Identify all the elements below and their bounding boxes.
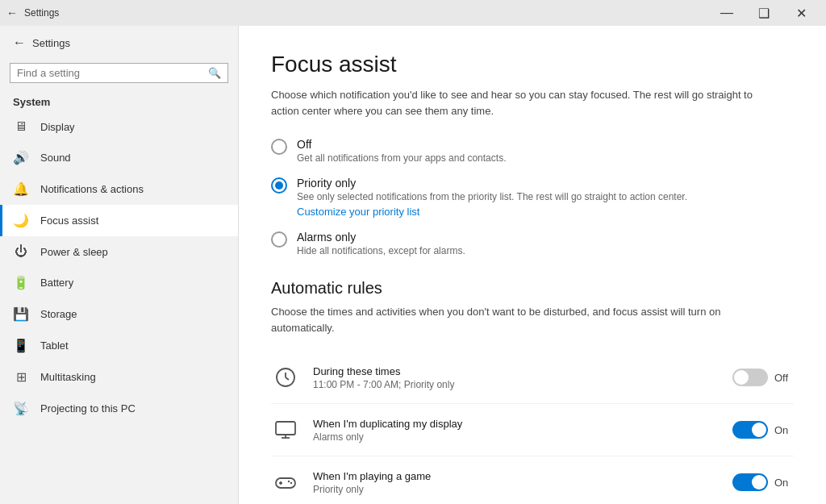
auto-rule-sub-duplicating-display: Alarms only — [313, 431, 720, 443]
toggle-during-times[interactable] — [732, 369, 768, 386]
system-label: System — [0, 90, 238, 111]
sidebar-item-battery[interactable]: 🔋 Battery — [0, 267, 238, 298]
svg-point-10 — [290, 482, 292, 484]
automatic-rules-heading: Automatic rules — [271, 279, 794, 298]
radio-priority-only[interactable] — [271, 177, 287, 194]
svg-point-9 — [288, 481, 290, 482]
sidebar-item-label-storage: Storage — [40, 308, 77, 320]
toggle-duplicating-display[interactable] — [732, 421, 768, 439]
sidebar-item-multitasking[interactable]: ⊞ Multitasking — [0, 361, 238, 393]
sidebar-item-label-focus-assist: Focus assist — [40, 215, 98, 227]
multitasking-icon: ⊞ — [13, 369, 29, 385]
monitor-icon — [271, 415, 300, 444]
auto-rule-title-during-times: During these times — [313, 365, 720, 377]
sidebar-item-tablet[interactable]: 📱 Tablet — [0, 330, 238, 361]
sidebar-item-label-projecting: Projecting to this PC — [40, 402, 136, 414]
title-bar: ← Settings — ❑ ✕ — [0, 0, 826, 26]
sidebar-item-label-tablet: Tablet — [40, 339, 69, 352]
toggle-label-duplicating-display: On — [774, 424, 794, 436]
radio-label-alarms-only: Alarms only — [297, 231, 465, 244]
sidebar-item-storage[interactable]: 💾 Storage — [0, 298, 238, 330]
search-icon: 🔍 — [208, 67, 221, 79]
search-box: 🔍 — [10, 63, 228, 83]
search-input[interactable] — [17, 67, 203, 79]
search-box-wrap: 🔍 — [0, 60, 238, 90]
radio-options: Off Get all notifications from your apps… — [271, 138, 794, 256]
radio-option-off: Off Get all notifications from your apps… — [271, 138, 794, 164]
window-controls: — ❑ ✕ — [708, 0, 820, 26]
auto-rule-title-duplicating-display: When I'm duplicating my display — [313, 418, 720, 430]
toggle-wrap-during-times: Off — [732, 369, 794, 386]
auto-rule-sub-playing-game: Priority only — [313, 484, 720, 495]
auto-rule-text-during-times: During these times 11:00 PM - 7:00 AM; P… — [313, 365, 720, 390]
automatic-rules-list: During these times 11:00 PM - 7:00 AM; P… — [271, 352, 794, 504]
display-icon: 🖥 — [13, 119, 29, 134]
radio-desc-alarms-only: Hide all notifications, except for alarm… — [297, 245, 465, 256]
sidebar-item-display[interactable]: 🖥 Display — [0, 111, 238, 142]
toggle-playing-game[interactable] — [732, 473, 768, 491]
radio-label-off: Off — [297, 138, 506, 151]
toggle-label-during-times: Off — [774, 372, 794, 384]
radio-label-wrap-priority-only: Priority only See only selected notifica… — [297, 177, 687, 218]
sidebar-item-label-sound: Sound — [40, 152, 71, 164]
radio-label-wrap-alarms-only: Alarms only Hide all notifications, exce… — [297, 231, 465, 256]
sidebar-item-notifications[interactable]: 🔔 Notifications & actions — [0, 173, 238, 205]
gamepad-icon — [271, 468, 300, 497]
sidebar-item-sound[interactable]: 🔊 Sound — [0, 142, 238, 173]
sidebar-item-power-sleep[interactable]: ⏻ Power & sleep — [0, 236, 238, 267]
sidebar-item-label-notifications: Notifications & actions — [40, 183, 144, 195]
notifications-icon: 🔔 — [13, 181, 29, 197]
priority-list-link[interactable]: Customize your priority list — [297, 206, 687, 218]
sound-icon: 🔊 — [13, 150, 29, 165]
svg-rect-6 — [276, 478, 295, 488]
svg-rect-3 — [276, 422, 295, 435]
title-bar-title: Settings — [24, 7, 59, 19]
tablet-icon: 📱 — [13, 338, 29, 353]
svg-line-2 — [286, 377, 289, 380]
sidebar-item-projecting[interactable]: 📡 Projecting to this PC — [0, 393, 238, 424]
radio-option-priority-only: Priority only See only selected notifica… — [271, 177, 794, 218]
radio-desc-priority-only: See only selected notifications from the… — [297, 191, 687, 202]
toggle-knob-during-times — [734, 370, 749, 385]
auto-rule-title-playing-game: When I'm playing a game — [313, 470, 720, 482]
radio-label-priority-only: Priority only — [297, 177, 687, 190]
auto-rule-text-playing-game: When I'm playing a game Priority only — [313, 470, 720, 495]
auto-rule-duplicating-display: When I'm duplicating my display Alarms o… — [271, 404, 794, 456]
sidebar-item-label-multitasking: Multitasking — [40, 371, 96, 383]
automatic-rules-desc: Choose the times and activities when you… — [271, 304, 723, 335]
radio-option-alarms-only: Alarms only Hide all notifications, exce… — [271, 231, 794, 256]
back-arrow-icon[interactable]: ← — [6, 6, 18, 19]
power-sleep-icon: ⏻ — [13, 244, 29, 259]
auto-rule-sub-during-times: 11:00 PM - 7:00 AM; Priority only — [313, 379, 720, 390]
sidebar-item-focus-assist[interactable]: 🌙 Focus assist — [0, 205, 238, 236]
radio-desc-off: Get all notifications from your apps and… — [297, 152, 506, 164]
page-description: Choose which notification you'd like to … — [271, 87, 755, 119]
radio-alarms-only[interactable] — [271, 231, 287, 248]
close-button[interactable]: ✕ — [782, 0, 820, 26]
toggle-knob-duplicating-display — [752, 423, 766, 437]
toggle-wrap-duplicating-display: On — [732, 421, 794, 439]
minimize-button[interactable]: — — [708, 0, 745, 26]
radio-off[interactable] — [271, 139, 287, 155]
nav-items: 🖥 Display 🔊 Sound 🔔 Notifications & acti… — [0, 111, 238, 424]
auto-rule-playing-game: When I'm playing a game Priority only On — [271, 456, 794, 504]
sidebar-back-button[interactable]: ← Settings — [0, 26, 238, 60]
battery-icon: 🔋 — [13, 275, 29, 290]
toggle-wrap-playing-game: On — [732, 473, 794, 491]
auto-rule-during-times: During these times 11:00 PM - 7:00 AM; P… — [271, 352, 794, 404]
maximize-button[interactable]: ❑ — [745, 0, 782, 26]
toggle-knob-playing-game — [752, 475, 766, 489]
page-title: Focus assist — [271, 52, 794, 77]
auto-rule-text-duplicating-display: When I'm duplicating my display Alarms o… — [313, 418, 720, 443]
sidebar: ← Settings 🔍 System 🖥 Display 🔊 Sound 🔔 … — [0, 26, 239, 504]
toggle-label-playing-game: On — [774, 477, 794, 489]
back-icon: ← — [13, 35, 26, 50]
projecting-icon: 📡 — [13, 401, 29, 416]
storage-icon: 💾 — [13, 306, 29, 322]
sidebar-item-label-display: Display — [40, 121, 75, 133]
sidebar-item-label-power-sleep: Power & sleep — [40, 246, 108, 258]
sidebar-back-label: Settings — [32, 37, 70, 49]
main-content: Focus assist Choose which notification y… — [239, 26, 826, 504]
clock-icon — [271, 363, 300, 392]
radio-label-wrap-off: Off Get all notifications from your apps… — [297, 138, 506, 164]
